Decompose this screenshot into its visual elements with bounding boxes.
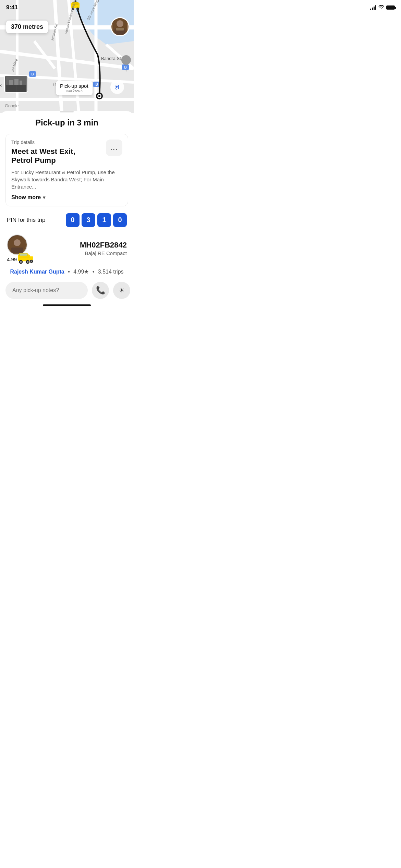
pin-label: PIN for this trip (7, 217, 45, 224)
svg-rect-49 (20, 253, 27, 255)
svg-point-56 (31, 261, 32, 262)
svg-text:↑: ↑ (125, 69, 127, 73)
avatar-image (111, 18, 129, 35)
pickup-notes-input[interactable] (5, 282, 88, 299)
pin-digits: 0 3 1 0 (66, 213, 127, 227)
home-indicator (43, 304, 91, 306)
driver-avatar-wrap: 4.99 ★ (7, 234, 27, 262)
pin-digit-3: 0 (113, 213, 127, 227)
svg-rect-41 (14, 79, 19, 85)
bottom-panel: Pick-up in 3 min Trip details Meet at We… (0, 111, 134, 313)
phone-icon: 📞 (96, 286, 105, 295)
street-view-photo[interactable] (4, 75, 28, 93)
svg-point-35 (117, 20, 123, 27)
pin-digit-1: 3 (82, 213, 95, 227)
svg-rect-40 (9, 80, 13, 85)
svg-rect-37 (116, 28, 124, 31)
trip-title: Meet at West Exit, Petrol Pump (11, 147, 95, 165)
trip-description: For Lucky Restaurant & Petrol Pump, use … (11, 169, 122, 190)
driver-vehicle: MH02FB2842 Bajaj RE Compact (33, 241, 127, 256)
svg-point-51 (20, 261, 22, 263)
auto-rickshaw-icon (16, 252, 34, 265)
svg-text:⛨: ⛨ (114, 84, 120, 91)
svg-text:B: B (31, 72, 34, 76)
pin-section: PIN for this trip 0 3 1 0 (0, 213, 134, 227)
pin-digit-2: 1 (97, 213, 111, 227)
user-avatar[interactable] (110, 17, 130, 36)
pin-digit-0: 0 (66, 213, 80, 227)
pickup-title: Pick-up in 3 min (0, 118, 134, 128)
more-options-button[interactable]: ... (106, 140, 122, 156)
driver-name-row: Rajesh Kumar Gupta • 4.99★ • 3,514 trips (0, 268, 134, 275)
svg-point-45 (14, 239, 21, 246)
driver-section: 4.99 ★ MH02FB2842 Bajaj RE Compact (0, 234, 134, 262)
distance-badge: 370 metres (6, 21, 48, 33)
google-logo: Google (5, 103, 19, 108)
lights-button[interactable]: ☀ (113, 282, 130, 299)
vehicle-plate: MH02FB2842 (33, 241, 127, 250)
call-button[interactable]: 📞 (92, 282, 109, 299)
svg-point-53 (27, 261, 28, 263)
status-bar: 9:41 (0, 0, 134, 15)
svg-point-19 (98, 95, 100, 97)
svg-point-30 (121, 55, 131, 65)
vehicle-model: Bajaj RE Compact (33, 250, 127, 256)
drag-handle[interactable] (60, 111, 74, 112)
status-time: 9:41 (6, 4, 18, 11)
map-area: B B B Jarimari Rd Swami Vivekananda Rd S… (0, 0, 134, 113)
chevron-down-icon: ▾ (43, 195, 45, 200)
svg-text:B: B (95, 83, 98, 86)
trip-card: Trip details Meet at West Exit, Petrol P… (5, 134, 128, 206)
street-photo-chevron: ‹ (0, 82, 2, 88)
svg-rect-54 (30, 256, 33, 260)
svg-rect-42 (20, 81, 22, 85)
svg-rect-57 (19, 256, 30, 257)
pickup-spot-label: Pick-up spot लका रेस्टारट (56, 81, 93, 95)
sun-icon: ☀ (119, 287, 124, 294)
bottom-actions: 📞 ☀ (0, 282, 134, 299)
driver-name-link[interactable]: Rajesh Kumar Gupta (10, 269, 64, 275)
show-more-button[interactable]: Show more ▾ (11, 194, 45, 201)
